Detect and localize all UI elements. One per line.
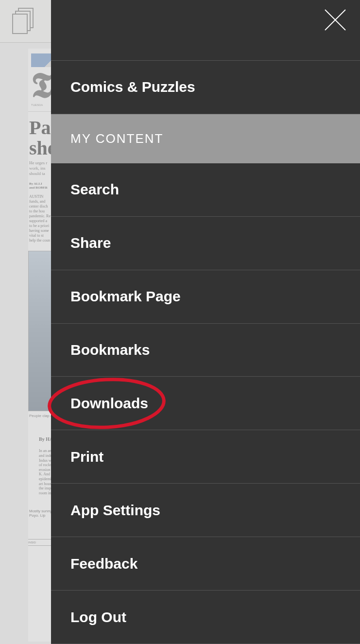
drawer-header xyxy=(51,0,360,61)
menu-item-app-settings[interactable]: App Settings xyxy=(51,484,360,537)
menu-item-label: Search xyxy=(70,181,119,198)
menu-item-bookmark-page[interactable]: Bookmark Page xyxy=(51,270,360,324)
menu-item-share[interactable]: Share xyxy=(51,217,360,270)
menu-item-comics-puzzles[interactable]: Comics & Puzzles xyxy=(51,61,360,114)
menu-item-label: Feedback xyxy=(70,556,137,572)
menu-item-label: Bookmark Page xyxy=(70,288,181,305)
menu-item-log-out[interactable]: Log Out xyxy=(51,591,360,644)
menu-item-downloads[interactable]: Downloads xyxy=(51,377,360,430)
menu-item-label: App Settings xyxy=(70,502,160,519)
close-icon[interactable] xyxy=(323,8,347,34)
menu-item-search[interactable]: Search xyxy=(51,163,360,217)
menu-item-label: Log Out xyxy=(70,609,126,626)
menu-item-label: Downloads xyxy=(70,395,148,412)
menu-item-print[interactable]: Print xyxy=(51,430,360,484)
menu-item-bookmarks[interactable]: Bookmarks xyxy=(51,324,360,377)
menu-section-label: MY CONTENT xyxy=(70,131,163,146)
menu-item-label: Print xyxy=(70,449,103,465)
menu-item-label: Bookmarks xyxy=(70,342,150,358)
menu-item-feedback[interactable]: Feedback xyxy=(51,537,360,591)
menu-section-my-content: MY CONTENT xyxy=(51,114,360,163)
side-drawer: Comics & Puzzles MY CONTENT Search Share… xyxy=(51,0,360,644)
menu-item-label: Share xyxy=(70,235,111,251)
menu-item-label: Comics & Puzzles xyxy=(70,79,195,95)
